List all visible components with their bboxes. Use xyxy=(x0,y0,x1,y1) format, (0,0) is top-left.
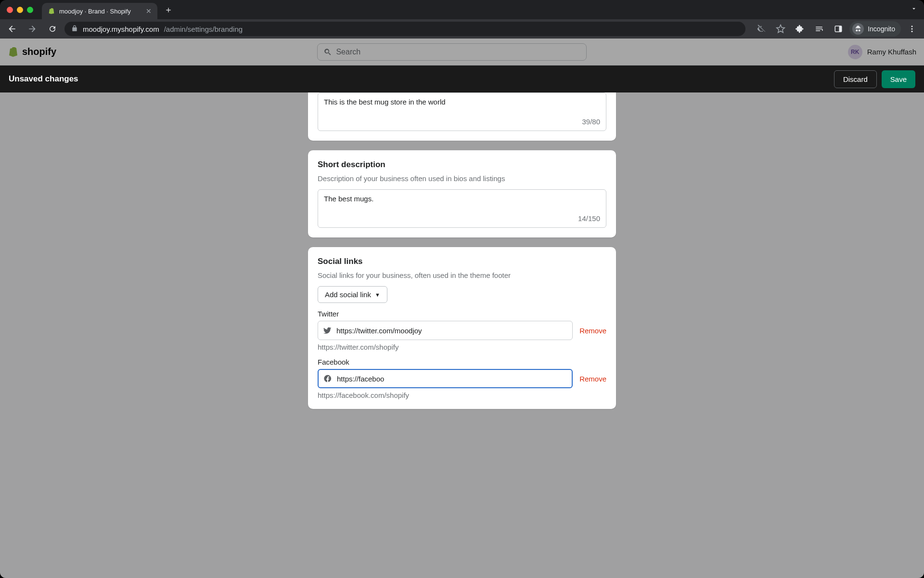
lock-icon xyxy=(71,25,78,33)
incognito-icon xyxy=(852,23,864,35)
window-close-button[interactable] xyxy=(7,7,13,13)
twitter-input-wrap[interactable] xyxy=(318,321,573,340)
reload-button[interactable] xyxy=(44,21,61,37)
twitter-icon xyxy=(323,326,332,335)
short-description-textarea[interactable]: The best mugs. 14/150 xyxy=(318,189,606,228)
slogan-textarea[interactable]: This is the best mug store in the world … xyxy=(318,92,606,131)
facebook-hint: https://facebook.com/shopify xyxy=(318,391,606,399)
settings-page: This is the best mug store in the world … xyxy=(0,92,924,578)
reading-list-icon[interactable] xyxy=(811,21,827,37)
twitter-input[interactable] xyxy=(336,327,567,335)
browser-menu-icon[interactable] xyxy=(904,21,920,37)
svg-point-3 xyxy=(911,28,913,30)
svg-rect-1 xyxy=(839,26,842,32)
facebook-icon xyxy=(323,374,332,383)
social-links-title: Social links xyxy=(318,257,606,266)
incognito-indicator[interactable]: Incognito xyxy=(849,21,901,37)
discard-button[interactable]: Discard xyxy=(834,70,877,88)
shopify-favicon-icon xyxy=(48,7,55,15)
bookmark-icon[interactable] xyxy=(772,21,789,37)
short-description-subtitle: Description of your business often used … xyxy=(318,174,606,183)
forward-button[interactable] xyxy=(24,21,40,37)
twitter-label: Twitter xyxy=(318,310,606,318)
slogan-counter: 39/80 xyxy=(582,118,600,126)
browser-toolbar: moodjoy.myshopify.com/admin/settings/bra… xyxy=(0,19,924,39)
tab-title: moodjoy · Brand · Shopify xyxy=(59,8,142,15)
facebook-label: Facebook xyxy=(318,358,606,366)
slogan-value: This is the best mug store in the world xyxy=(324,98,600,108)
new-tab-button[interactable]: ＋ xyxy=(164,4,173,15)
window-zoom-button[interactable] xyxy=(27,7,33,13)
short-description-counter: 14/150 xyxy=(578,214,600,223)
svg-point-4 xyxy=(911,31,913,32)
extensions-icon[interactable] xyxy=(792,21,808,37)
contextual-save-bar: Unsaved changes Discard Save xyxy=(0,66,924,92)
window-titlebar: moodjoy · Brand · Shopify ✕ ＋ xyxy=(0,0,924,19)
tab-close-icon[interactable]: ✕ xyxy=(146,7,152,15)
incognito-label: Incognito xyxy=(868,25,895,33)
short-description-title: Short description xyxy=(318,160,606,170)
savebar-title: Unsaved changes xyxy=(9,74,78,84)
address-bar[interactable]: moodjoy.myshopify.com/admin/settings/bra… xyxy=(64,22,745,36)
short-description-card: Short description Description of your bu… xyxy=(308,150,616,237)
social-links-card: Social links Social links for your busin… xyxy=(308,247,616,409)
facebook-input-wrap[interactable] xyxy=(318,369,573,388)
chevron-down-icon: ▼ xyxy=(375,292,380,298)
svg-point-2 xyxy=(911,26,913,27)
side-panel-icon[interactable] xyxy=(830,21,847,37)
twitter-hint: https://twitter.com/shopify xyxy=(318,343,606,351)
save-button[interactable]: Save xyxy=(882,70,915,88)
window-minimize-button[interactable] xyxy=(17,7,23,13)
facebook-remove-button[interactable]: Remove xyxy=(579,375,606,383)
url-host: moodjoy.myshopify.com xyxy=(83,25,159,33)
url-path: /admin/settings/branding xyxy=(164,25,243,33)
tracking-blocked-icon[interactable] xyxy=(753,21,770,37)
browser-tab[interactable]: moodjoy · Brand · Shopify ✕ xyxy=(42,3,157,19)
back-button[interactable] xyxy=(4,21,20,37)
slogan-card: This is the best mug store in the world … xyxy=(308,92,616,141)
add-social-link-button[interactable]: Add social link ▼ xyxy=(318,286,387,303)
tabs-overflow-icon[interactable] xyxy=(911,5,917,14)
short-description-value: The best mugs. xyxy=(324,195,600,205)
social-links-subtitle: Social links for your business, often us… xyxy=(318,271,606,279)
facebook-input[interactable] xyxy=(337,375,567,383)
twitter-remove-button[interactable]: Remove xyxy=(579,327,606,335)
